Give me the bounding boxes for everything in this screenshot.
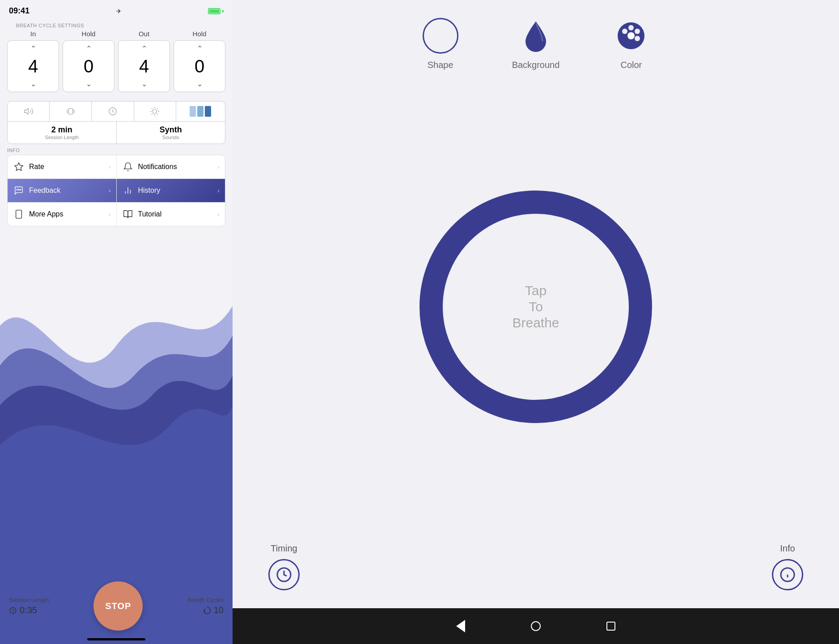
top-icons-row: Shape Background: [233, 0, 839, 79]
rate-cell[interactable]: Rate ›: [8, 155, 117, 178]
more-apps-chevron: ›: [109, 211, 111, 218]
spinner-hold2-up[interactable]: ⌃: [174, 43, 225, 54]
sun-icon: [150, 106, 160, 116]
volume-icon: [24, 106, 34, 116]
toolbar-clock-icon[interactable]: [92, 102, 134, 121]
session-length-setting[interactable]: 2 min Session Length: [8, 122, 117, 144]
sounds-setting[interactable]: Synth Sounds: [117, 122, 225, 144]
android-nav-bar: [233, 608, 839, 644]
toolbar-sound-icon[interactable]: [8, 102, 50, 121]
svg-line-13: [157, 114, 158, 114]
toolbar: 2 min Session Length Synth Sounds: [7, 101, 225, 144]
svg-line-16: [152, 114, 153, 114]
cycle-label-out: Out: [139, 30, 149, 38]
bell-icon: [122, 161, 134, 173]
chat-icon: [13, 185, 25, 196]
tutorial-cell[interactable]: Tutorial ›: [117, 203, 225, 226]
history-chevron: ›: [217, 187, 220, 194]
session-length-value: 2 min: [51, 125, 72, 135]
notifications-chevron: ›: [217, 163, 220, 170]
shape-circle-icon: [423, 18, 458, 54]
svg-point-33: [627, 32, 635, 39]
session-length-bar-value: 0:35: [9, 605, 49, 615]
clock-icon: [108, 106, 118, 116]
phone-icon: [13, 208, 25, 220]
info-row-3: More Apps › Tutorial ›: [8, 203, 225, 226]
stop-button[interactable]: STOP: [93, 581, 143, 631]
timing-option[interactable]: Timing: [268, 543, 300, 590]
cycle-col-hold2: Hold ⌃ 0 ⌄: [174, 30, 225, 92]
tap-line-2: To: [529, 299, 543, 314]
feedback-cell[interactable]: Feedback ›: [8, 179, 117, 202]
cycle-col-in: In ⌃ 4 ⌄: [7, 30, 59, 92]
tutorial-label: Tutorial: [138, 210, 213, 218]
spinner-in[interactable]: ⌃ 4 ⌄: [7, 40, 59, 92]
vibrate-icon: [66, 106, 76, 116]
book-icon: [122, 208, 134, 220]
color-bar-2: [197, 106, 203, 117]
rate-label: Rate: [29, 163, 104, 171]
info-label: INFO: [7, 148, 225, 153]
drop-svg: [520, 18, 551, 54]
spinner-in-up[interactable]: ⌃: [8, 43, 59, 54]
spinner-hold2-value: 0: [195, 54, 204, 79]
spinner-out[interactable]: ⌃ 4 ⌄: [118, 40, 170, 92]
breathing-circle[interactable]: Tap To Breathe: [420, 191, 652, 423]
color-option[interactable]: Color: [613, 18, 649, 70]
right-panel: Shape Background: [233, 0, 839, 644]
timing-label: Timing: [271, 543, 297, 554]
rate-chevron: ›: [109, 163, 111, 170]
history-cell[interactable]: History ›: [117, 179, 225, 202]
info-rows: Rate › Notifications › Feedback: [7, 155, 225, 226]
toolbar-vibrate-icon[interactable]: [50, 102, 92, 121]
spinner-hold2-down[interactable]: ⌄: [174, 79, 225, 89]
toolbar-brightness-icon[interactable]: [134, 102, 176, 121]
breath-section-label: BREATH CYCLE SETTINGS: [7, 19, 225, 30]
spinner-in-value: 4: [28, 54, 38, 79]
info-row-1: Rate › Notifications ›: [8, 155, 225, 179]
spinner-out-down[interactable]: ⌄: [119, 79, 169, 89]
background-label: Background: [512, 60, 560, 70]
background-drop-icon: [518, 18, 554, 54]
breath-cycles-label: Breath Cycles: [187, 597, 224, 603]
info-option[interactable]: Info: [772, 543, 803, 590]
palette-svg: [615, 20, 647, 52]
svg-point-9: [153, 109, 157, 113]
breath-cycle-settings: BREATH CYCLE SETTINGS In ⌃ 4 ⌄ Hold ⌃ 0 …: [0, 19, 233, 97]
tap-line-1: Tap: [525, 283, 547, 298]
feedback-chevron: ›: [109, 187, 111, 194]
svg-point-19: [17, 189, 17, 190]
info-label: Info: [780, 543, 795, 554]
cycle-col-hold1: Hold ⌃ 0 ⌄: [63, 30, 114, 92]
circle-area: Tap To Breathe: [233, 79, 839, 534]
status-bar: 09:41 ✈: [0, 0, 233, 19]
spinner-hold1-down[interactable]: ⌄: [63, 79, 114, 89]
back-triangle-icon: [456, 620, 465, 632]
shape-option[interactable]: Shape: [423, 18, 458, 70]
stop-button-label: STOP: [105, 601, 131, 611]
home-circle-icon: [531, 621, 541, 631]
spinner-hold2[interactable]: ⌃ 0 ⌄: [174, 40, 225, 92]
svg-marker-0: [24, 109, 28, 114]
recents-button[interactable]: [605, 620, 617, 632]
spinner-out-value: 4: [139, 54, 149, 79]
toolbar-settings: 2 min Session Length Synth Sounds: [8, 122, 225, 144]
notifications-cell[interactable]: Notifications ›: [117, 155, 225, 178]
color-bar-1: [190, 106, 196, 117]
svg-point-21: [20, 189, 21, 190]
spinner-in-down[interactable]: ⌄: [8, 79, 59, 89]
info-circle-icon: [772, 559, 803, 590]
toolbar-color-icon[interactable]: [176, 102, 225, 121]
back-button[interactable]: [454, 620, 467, 632]
recents-square-icon: [606, 622, 615, 631]
spinner-hold1[interactable]: ⌃ 0 ⌄: [63, 40, 114, 92]
sounds-value: Synth: [160, 125, 182, 135]
history-label: History: [138, 186, 213, 195]
tap-line-3: Breathe: [512, 315, 559, 330]
spinner-hold1-up[interactable]: ⌃: [63, 43, 114, 54]
background-option[interactable]: Background: [512, 18, 560, 70]
cycle-label-in: In: [30, 30, 36, 38]
spinner-out-up[interactable]: ⌃: [119, 43, 169, 54]
home-button[interactable]: [530, 620, 542, 632]
more-apps-cell[interactable]: More Apps ›: [8, 203, 117, 226]
